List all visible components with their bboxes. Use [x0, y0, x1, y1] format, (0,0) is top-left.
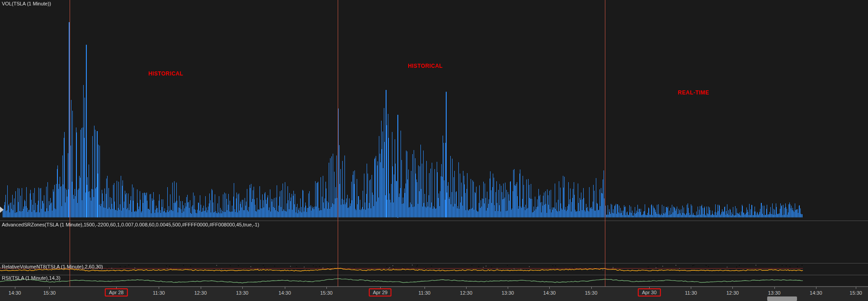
axis-tick — [774, 287, 775, 289]
volume-histogram[interactable] — [0, 0, 868, 221]
time-label: 12:30 — [726, 290, 739, 296]
axis-tick — [549, 287, 550, 289]
axis-tick — [856, 287, 856, 289]
time-label: 14:30 — [543, 290, 556, 296]
time-label: 11:30 — [685, 290, 697, 296]
date-label-boxed: Apr 30 — [638, 288, 660, 296]
axis-tick — [591, 287, 592, 289]
rsi-plot[interactable] — [0, 275, 868, 287]
axis-tick — [816, 287, 816, 289]
relative-volume-panel-label: RelativeVolumeNT8(TSLA (1 Minute),2,60,3… — [2, 264, 103, 269]
trading-chart-window: VOL(TSLA (1 Minute)) HISTORICALHISTORICA… — [0, 0, 868, 301]
axis-tick — [326, 287, 327, 289]
axis-tick — [242, 287, 243, 289]
axis-tick — [508, 287, 508, 289]
time-label: 14:30 — [810, 290, 822, 296]
date-label-boxed: Apr 28 — [105, 288, 127, 296]
time-label: 12:30 — [194, 290, 207, 296]
annotation-real-time: REAL-TIME — [678, 89, 709, 96]
horizontal-scrollbar-thumb[interactable] — [767, 296, 797, 301]
rsi-panel[interactable]: RSI(TSLA (1 Minute),14,3) — [0, 275, 868, 287]
volume-panel-label: VOL(TSLA (1 Minute)) — [2, 1, 51, 6]
time-axis[interactable]: 14:3015:30Apr 2811:3012:3013:3014:3015:3… — [0, 287, 868, 301]
time-label: 14:30 — [278, 290, 291, 296]
time-label: 15:30 — [320, 290, 333, 296]
panel-expand-arrow-icon[interactable] — [0, 207, 4, 213]
relative-volume-panel[interactable]: RelativeVolumeNT8(TSLA (1 Minute),2,60,3… — [0, 263, 868, 275]
time-label: 14:30 — [9, 290, 21, 296]
axis-tick — [201, 287, 201, 289]
axis-tick — [159, 287, 159, 289]
time-label: 15:30 — [849, 290, 862, 296]
annotation-historical: HISTORICAL — [408, 63, 443, 69]
time-label: 12:30 — [460, 290, 472, 296]
time-label: 15:30 — [585, 290, 598, 296]
axis-tick — [732, 287, 733, 289]
axis-tick — [691, 287, 691, 289]
time-label: 11:30 — [153, 290, 165, 296]
axis-tick — [466, 287, 467, 289]
time-label: 15:30 — [43, 290, 56, 296]
time-label: 13:30 — [501, 290, 514, 296]
srzones-panel-label: AdvancedSRZones(TSLA (1 Minute),1500,-22… — [2, 222, 259, 227]
rsi-panel-label: RSI(TSLA (1 Minute),14,3) — [2, 275, 61, 281]
axis-tick — [425, 287, 425, 289]
srzones-panel[interactable]: AdvancedSRZones(TSLA (1 Minute),1500,-22… — [0, 221, 868, 263]
axis-tick — [285, 287, 285, 289]
annotation-historical: HISTORICAL — [148, 71, 183, 77]
time-label: 11:30 — [419, 290, 431, 296]
time-label: 13:30 — [236, 290, 249, 296]
axis-tick — [15, 287, 15, 289]
volume-panel[interactable]: VOL(TSLA (1 Minute)) HISTORICALHISTORICA… — [0, 0, 868, 221]
relative-volume-plot[interactable] — [0, 263, 868, 275]
time-label: 13:30 — [768, 290, 781, 296]
date-label-boxed: Apr 29 — [369, 288, 392, 296]
axis-tick — [49, 287, 50, 289]
